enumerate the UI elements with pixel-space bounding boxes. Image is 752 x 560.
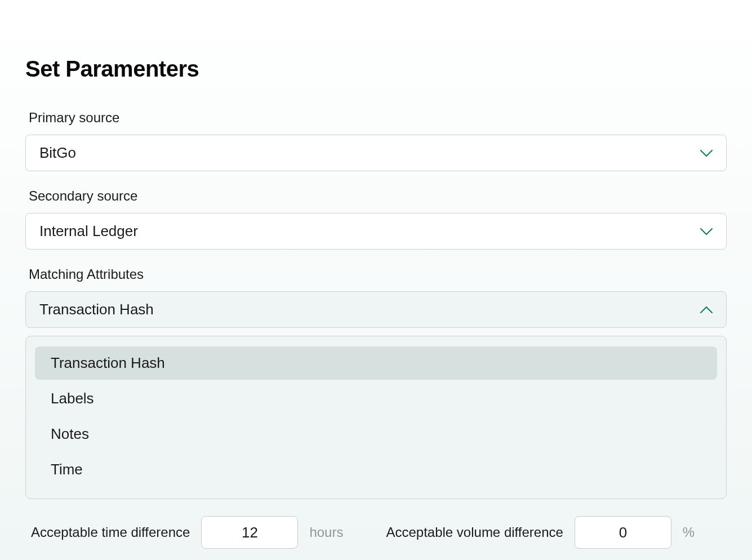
dropdown-item-time[interactable]: Time [35,453,717,486]
dropdown-item-labels[interactable]: Labels [35,382,717,415]
matching-attributes-select[interactable]: Transaction Hash [25,291,727,328]
matching-attributes-label: Matching Attributes [29,266,727,282]
chevron-down-icon [700,150,713,157]
primary-source-group: Primary source BitGo [25,110,727,171]
chevron-down-icon [700,228,713,235]
secondary-source-value: Internal Ledger [39,223,138,240]
time-diff-input[interactable] [201,516,298,549]
primary-source-label: Primary source [29,110,727,126]
dropdown-item-notes[interactable]: Notes [35,417,717,451]
secondary-source-label: Secondary source [29,188,727,204]
time-diff-unit: hours [309,525,343,540]
secondary-source-select[interactable]: Internal Ledger [25,213,727,250]
primary-source-value: BitGo [39,144,76,162]
secondary-source-group: Secondary source Internal Ledger [25,188,727,250]
dropdown-item-transaction-hash[interactable]: Transaction Hash [35,346,717,380]
matching-attributes-dropdown: Transaction Hash Labels Notes Time [25,336,727,499]
primary-source-select[interactable]: BitGo [25,135,727,171]
matching-attributes-value: Transaction Hash [39,301,154,318]
chevron-up-icon [700,306,713,313]
volume-diff-unit: % [683,525,695,540]
matching-attributes-group: Matching Attributes Transaction Hash Tra… [25,266,727,499]
time-diff-label: Acceptable time difference [31,525,190,540]
page-title: Set Paramenters [25,56,727,82]
thresholds-row: Acceptable time difference hours Accepta… [25,516,727,549]
volume-diff-label: Acceptable volume difference [386,525,563,540]
volume-diff-input[interactable] [575,516,671,549]
